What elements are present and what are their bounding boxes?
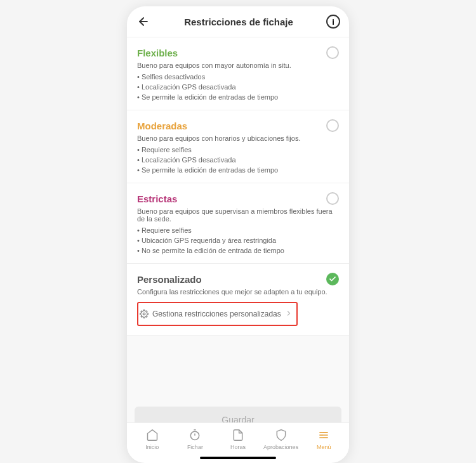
nav-clock[interactable]: Fichar bbox=[174, 428, 217, 450]
strict-title: Estrictas bbox=[137, 193, 177, 204]
nav-clock-label: Fichar bbox=[187, 444, 203, 450]
info-button[interactable]: i bbox=[326, 15, 340, 29]
custom-radio[interactable] bbox=[326, 273, 339, 285]
nav-menu-label: Menú bbox=[317, 444, 331, 450]
list-item: Requiere selfies bbox=[137, 226, 339, 234]
content-scroll[interactable]: Flexibles Bueno para equipos con mayor a… bbox=[127, 37, 349, 422]
strict-description: Bueno para equipos que supervisan a miem… bbox=[137, 207, 339, 223]
phone-frame: Restricciones de fichaje i Flexibles Bue… bbox=[127, 6, 349, 463]
gear-icon bbox=[140, 310, 149, 318]
flexible-radio[interactable] bbox=[326, 46, 339, 59]
check-icon bbox=[329, 275, 336, 283]
flexible-bullets: Selfies desactivados Localización GPS de… bbox=[137, 73, 339, 101]
header: Restricciones de fichaje i bbox=[127, 6, 349, 37]
option-strict[interactable]: Estrictas Bueno para equipos que supervi… bbox=[127, 183, 349, 264]
custom-title: Personalizado bbox=[137, 274, 202, 285]
list-item: No se permite la edición de entrada de t… bbox=[137, 247, 339, 254]
document-icon bbox=[231, 428, 245, 442]
list-item: Se permite la edición de entradas de tie… bbox=[137, 93, 339, 101]
home-indicator[interactable] bbox=[200, 457, 276, 459]
list-item: Se permite la edición de entradas de tie… bbox=[137, 166, 339, 174]
list-item: Localización GPS desactivada bbox=[137, 156, 339, 164]
svg-point-1 bbox=[143, 313, 145, 315]
flexible-description: Bueno para equipos con mayor autonomía i… bbox=[137, 62, 339, 69]
option-flexible[interactable]: Flexibles Bueno para equipos con mayor a… bbox=[127, 37, 349, 110]
nav-menu[interactable]: Menú bbox=[302, 428, 345, 450]
manage-custom-restrictions-button[interactable]: Gestiona restricciones personalizadas bbox=[137, 302, 298, 326]
menu-icon bbox=[317, 428, 331, 442]
moderate-title: Moderadas bbox=[137, 121, 187, 131]
arrow-left-icon bbox=[137, 15, 150, 28]
nav-hours-label: Horas bbox=[230, 444, 246, 450]
page-title: Restricciones de fichaje bbox=[184, 16, 293, 27]
flexible-title: Flexibles bbox=[137, 48, 178, 58]
chevron-right-icon bbox=[285, 308, 293, 320]
list-item: Localización GPS desactivada bbox=[137, 83, 339, 91]
strict-bullets: Requiere selfies Ubicación GPS requerida… bbox=[137, 226, 339, 254]
moderate-radio[interactable] bbox=[326, 119, 339, 132]
list-item: Selfies desactivados bbox=[137, 73, 339, 81]
svg-point-2 bbox=[191, 431, 199, 440]
nav-approvals-label: Aprobaciones bbox=[263, 444, 298, 450]
save-button[interactable]: Guardar bbox=[135, 407, 341, 422]
nav-home[interactable]: Inicio bbox=[131, 428, 174, 450]
nav-home-label: Inicio bbox=[145, 444, 159, 450]
info-icon: i bbox=[332, 17, 334, 27]
bottom-nav: Inicio Fichar Horas Aprobaciones Menú bbox=[127, 422, 349, 454]
shield-icon bbox=[274, 428, 288, 442]
option-custom[interactable]: Personalizado Configura las restriccione… bbox=[127, 264, 349, 336]
moderate-bullets: Requiere selfies Localización GPS desact… bbox=[137, 146, 339, 174]
list-item: Requiere selfies bbox=[137, 146, 339, 153]
list-item: Ubicación GPS requerida y área restringi… bbox=[137, 237, 339, 244]
manage-link-label: Gestiona restricciones personalizadas bbox=[152, 310, 281, 318]
stopwatch-icon bbox=[188, 428, 202, 442]
nav-hours[interactable]: Horas bbox=[216, 428, 260, 450]
home-icon bbox=[145, 428, 159, 442]
strict-radio[interactable] bbox=[326, 192, 339, 205]
moderate-description: Bueno para equipos con horarios y ubicac… bbox=[137, 134, 339, 142]
nav-approvals[interactable]: Aprobaciones bbox=[260, 428, 303, 450]
option-moderate[interactable]: Moderadas Bueno para equipos con horario… bbox=[127, 110, 349, 183]
back-button[interactable] bbox=[136, 14, 151, 29]
custom-description: Configura las restricciones que mejor se… bbox=[137, 288, 339, 296]
